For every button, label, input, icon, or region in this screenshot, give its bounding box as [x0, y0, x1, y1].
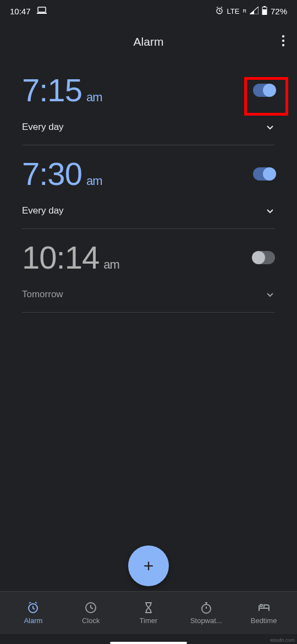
- hourglass-icon: [142, 601, 155, 614]
- overflow-menu-button[interactable]: [282, 35, 285, 49]
- status-bar: 10:47 LTE R 72%: [0, 0, 297, 22]
- home-indicator: [110, 642, 187, 644]
- alarm-schedule: Tomorrow: [22, 289, 63, 300]
- alarm-list: 7:15 am Every day 7:30 am Every day: [0, 62, 297, 313]
- nav-label: Stopwat...: [190, 616, 222, 625]
- alarm-time[interactable]: 7:30 am: [22, 155, 102, 192]
- nav-stopwatch[interactable]: Stopwat...: [177, 601, 235, 625]
- nav-timer[interactable]: Timer: [120, 601, 178, 625]
- alarm-toggle[interactable]: [253, 84, 275, 97]
- nav-label: Clock: [82, 616, 100, 625]
- alarm-toggle[interactable]: [253, 167, 275, 181]
- signal-icon: [250, 7, 258, 16]
- svg-rect-5: [262, 9, 267, 15]
- alarm-time[interactable]: 10:14 am: [22, 239, 119, 276]
- alarm-item[interactable]: 7:15 am Every day: [0, 62, 297, 145]
- add-alarm-fab[interactable]: +: [128, 545, 169, 586]
- alarm-ampm: am: [86, 90, 102, 105]
- nav-label: Alarm: [24, 616, 42, 625]
- network-label: LTE: [227, 7, 240, 15]
- chevron-down-icon[interactable]: [265, 206, 275, 216]
- laptop-icon: [36, 7, 47, 16]
- alarm-time[interactable]: 7:15 am: [22, 72, 102, 108]
- nav-bedtime[interactable]: Bedtime: [235, 601, 293, 625]
- network-super: R: [243, 8, 246, 14]
- chevron-down-icon[interactable]: [265, 122, 275, 132]
- alarm-item[interactable]: 10:14 am Tomorrow: [0, 229, 297, 313]
- battery-percent: 72%: [271, 7, 287, 16]
- status-time: 10:47: [10, 7, 31, 16]
- page-title: Alarm: [134, 35, 164, 48]
- nav-clock[interactable]: Clock: [62, 601, 120, 625]
- nav-alarm[interactable]: Alarm: [4, 601, 62, 625]
- alarm-ampm: am: [86, 174, 102, 188]
- bottom-nav: Alarm Clock Timer Stopwat... Bedtime: [0, 591, 297, 634]
- svg-point-7: [282, 40, 284, 42]
- alarm-time-value: 7:30: [22, 155, 82, 192]
- svg-point-6: [282, 35, 284, 37]
- svg-point-8: [282, 44, 284, 46]
- alarm-schedule: Every day: [22, 122, 64, 133]
- clock-icon: [84, 601, 97, 614]
- watermark: wsxdn.com: [270, 637, 295, 643]
- chevron-down-icon[interactable]: [265, 290, 275, 299]
- nav-label: Timer: [140, 616, 158, 625]
- alarm-schedule: Every day: [22, 205, 64, 216]
- bed-icon: [257, 601, 271, 614]
- nav-label: Bedtime: [251, 616, 277, 625]
- alarm-status-icon: [215, 6, 224, 17]
- alarm-toggle[interactable]: [253, 251, 275, 264]
- alarm-item[interactable]: 7:30 am Every day: [0, 145, 297, 229]
- alarm-time-value: 7:15: [22, 72, 82, 108]
- app-header: Alarm: [0, 22, 297, 62]
- plus-icon: +: [144, 557, 154, 575]
- stopwatch-icon: [200, 601, 213, 614]
- alarm-time-value: 10:14: [22, 239, 99, 276]
- alarm-ampm: am: [103, 258, 119, 272]
- battery-icon: [262, 6, 267, 17]
- svg-rect-1: [37, 13, 47, 14]
- alarm-icon: [26, 601, 40, 614]
- svg-rect-0: [38, 7, 46, 12]
